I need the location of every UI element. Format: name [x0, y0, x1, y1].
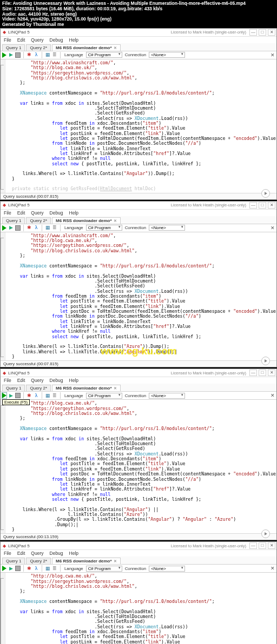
bug-icon[interactable]: ✱ [27, 52, 32, 58]
bug-icon[interactable]: ✱ [27, 225, 32, 231]
results-text-icon[interactable]: ≣ [52, 566, 57, 571]
tab-query2[interactable]: Query 2* [26, 558, 51, 564]
menu-query[interactable]: Query [31, 210, 43, 216]
tab-close-icon[interactable]: ✕ [114, 46, 117, 50]
menu-edit[interactable]: Edit [17, 378, 25, 383]
pane-close-icon[interactable]: ✕ [271, 225, 275, 231]
code-editor[interactable]: "http://www.alvinashcraft.com/", "http:/… [5, 232, 276, 361]
tab-rss-demo[interactable]: M6 RSS downloader demo*✕ [52, 558, 121, 564]
connection-select[interactable]: <None> [149, 225, 185, 231]
tab-rss-demo[interactable]: M6 RSS downloader demo*✕ [52, 44, 121, 51]
code-editor[interactable]: "http://blog.cwa.me.uk/", "https://serge… [5, 400, 276, 533]
results-text-icon[interactable]: ≣ [52, 52, 57, 58]
run-button[interactable] [2, 52, 6, 58]
debug-run-icon[interactable]: ▶ [8, 393, 14, 398]
stop-button[interactable] [15, 566, 21, 571]
tab-close-icon[interactable]: ✕ [114, 386, 117, 390]
connection-select[interactable]: <None> [149, 393, 185, 399]
menu-help[interactable]: Help [69, 551, 78, 556]
tab-rss-demo[interactable]: M6 RSS downloader demo*✕ [52, 217, 121, 224]
menu-file[interactable]: File [4, 551, 11, 556]
stop-button[interactable] [15, 52, 21, 58]
tab-query2[interactable]: Query 2* [26, 217, 51, 224]
run-button[interactable] [2, 566, 6, 571]
connection-select[interactable]: <None> [149, 566, 185, 572]
menu-debug[interactable]: Debug [50, 378, 63, 383]
language-select[interactable]: C# Program [86, 225, 122, 231]
tab-query1[interactable]: Query 1 [2, 385, 25, 391]
lambda-icon[interactable]: λ [34, 566, 39, 571]
code-editor[interactable]: "http://blog.cwa.me.uk/", "https://serge… [5, 573, 276, 644]
debug-run-icon[interactable]: ▶ [8, 225, 14, 231]
tab-rss-demo[interactable]: M6 RSS downloader demo*✕ [52, 385, 121, 391]
close-button[interactable]: ✕ [268, 370, 275, 376]
tab-query2[interactable]: Query 2* [26, 385, 51, 391]
outline-gutter[interactable] [1, 400, 5, 533]
results-grid-icon[interactable]: ▦ [45, 225, 50, 231]
language-select[interactable]: C# Program [86, 52, 122, 58]
tab-close-icon[interactable]: ✕ [114, 219, 117, 223]
debug-run-icon[interactable]: ▶ [8, 52, 14, 58]
tab-query1[interactable]: Query 1 [2, 558, 25, 564]
results-grid-icon[interactable]: ▦ [45, 52, 50, 58]
tab-query1[interactable]: Query 1 [2, 44, 25, 51]
lambda-icon[interactable]: λ [34, 225, 39, 231]
maximize-button[interactable]: □ [259, 370, 266, 376]
menu-help[interactable]: Help [69, 210, 78, 216]
close-button[interactable]: ✕ [268, 542, 275, 549]
outline-gutter[interactable] [1, 59, 5, 193]
maximize-button[interactable]: □ [259, 29, 266, 36]
menu-edit[interactable]: Edit [17, 210, 25, 216]
menu-file[interactable]: File [4, 378, 11, 383]
language-label: Language [63, 566, 84, 571]
pane-close-icon[interactable]: ✕ [271, 52, 275, 58]
results-text-icon[interactable]: ≣ [52, 393, 57, 398]
close-button[interactable]: ✕ [268, 202, 275, 209]
debug-run-icon[interactable]: ▶ [8, 566, 14, 571]
menu-file[interactable]: File [4, 37, 11, 43]
menubar: File Edit Query Debug Help [1, 37, 276, 43]
minimize-button[interactable]: — [249, 29, 257, 36]
minimize-button[interactable]: — [249, 370, 257, 376]
stop-button[interactable] [15, 225, 21, 231]
results-grid-icon[interactable]: ▦ [45, 393, 50, 398]
run-button[interactable] [2, 393, 6, 398]
menu-help[interactable]: Help [69, 37, 78, 43]
outline-gutter[interactable] [1, 232, 5, 361]
menu-debug[interactable]: Debug [50, 210, 63, 216]
tab-query2[interactable]: Query 2* [26, 44, 51, 51]
language-select[interactable]: C# Program [86, 393, 122, 399]
minimize-button[interactable]: — [249, 542, 257, 549]
results-text-icon[interactable]: ≣ [52, 225, 57, 231]
connection-label: Connection [124, 566, 147, 571]
menu-query[interactable]: Query [31, 37, 43, 43]
menu-query[interactable]: Query [31, 378, 43, 383]
outline-gutter[interactable] [1, 573, 5, 644]
tab-close-icon[interactable]: ✕ [114, 559, 117, 563]
menu-query[interactable]: Query [31, 551, 43, 556]
pane-close-icon[interactable]: ✕ [271, 393, 275, 398]
tab-query1[interactable]: Query 1 [2, 217, 25, 224]
lambda-icon[interactable]: λ [34, 393, 39, 398]
menu-edit[interactable]: Edit [17, 551, 25, 556]
run-button[interactable] [2, 225, 6, 231]
language-select[interactable]: C# Program [86, 566, 122, 572]
menu-file[interactable]: File [4, 210, 11, 216]
results-run-icon[interactable] [261, 189, 270, 198]
menu-debug[interactable]: Debug [50, 551, 63, 556]
stop-button[interactable] [15, 393, 21, 398]
minimize-button[interactable]: — [249, 202, 257, 209]
menu-help[interactable]: Help [69, 378, 78, 383]
menu-edit[interactable]: Edit [17, 37, 25, 43]
results-grid-icon[interactable]: ▦ [45, 566, 50, 571]
bug-icon[interactable]: ✱ [27, 566, 32, 571]
pane-close-icon[interactable]: ✕ [271, 566, 275, 571]
bug-icon[interactable]: ✱ [27, 393, 32, 398]
menu-debug[interactable]: Debug [50, 37, 63, 43]
maximize-button[interactable]: □ [259, 542, 266, 549]
connection-select[interactable]: <None> [149, 52, 185, 58]
maximize-button[interactable]: □ [259, 202, 266, 209]
code-editor[interactable]: "http://www.alvinashcraft.com/", "http:/… [5, 59, 276, 193]
lambda-icon[interactable]: λ [34, 52, 39, 58]
close-button[interactable]: ✕ [268, 29, 275, 36]
